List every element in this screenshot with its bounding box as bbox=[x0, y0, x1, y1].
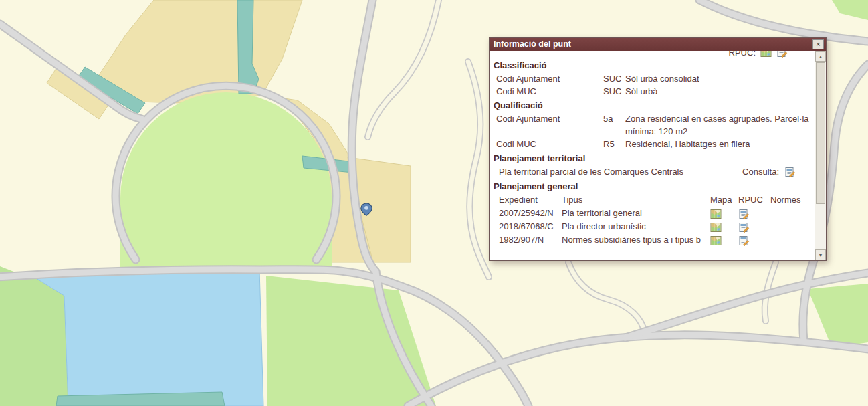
section-heading-general: Planejament general bbox=[494, 180, 812, 193]
map-thumbnail-icon[interactable] bbox=[710, 209, 722, 219]
col-expedient: Expedient bbox=[499, 193, 562, 207]
kv-row: Codi MUC R5 Residencial, Habitatges en f… bbox=[494, 138, 812, 150]
popup-scrollbar[interactable]: ▲ ▼ bbox=[815, 51, 826, 260]
kv-label: Codi Ajuntament bbox=[496, 112, 603, 138]
cell-tipus: Pla director urbanístic bbox=[562, 220, 710, 233]
section-heading-territorial: Planejament territorial bbox=[494, 152, 812, 165]
kv-desc: Sòl urbà bbox=[625, 85, 809, 98]
cell-tipus: Normes subsidiàries tipus a i tipus b bbox=[562, 233, 710, 247]
kv-desc: Residencial, Habitatges en filera bbox=[625, 138, 809, 150]
section-heading-qualificacio: Qualificació bbox=[494, 99, 812, 112]
scroll-down-button[interactable]: ▼ bbox=[815, 249, 826, 260]
info-popup: Informació del punt × RPUC: Classificaci… bbox=[489, 37, 827, 261]
col-rpuc: RPUC bbox=[738, 193, 770, 207]
popup-header[interactable]: Informació del punt × bbox=[490, 38, 826, 51]
arrow-up-icon: ▲ bbox=[819, 54, 823, 59]
kv-desc: Sòl urbà consolidat bbox=[625, 72, 809, 85]
kv-label: Codi MUC bbox=[496, 138, 603, 150]
col-tipus: Tipus bbox=[562, 193, 710, 207]
close-button[interactable]: × bbox=[812, 39, 824, 49]
table-row: 2018/67068/C Pla director urbanístic bbox=[494, 220, 812, 233]
cell-expedient: 1982/907/N bbox=[499, 233, 562, 247]
kv-desc: Zona residencial en cases agrupades. Par… bbox=[625, 112, 809, 138]
table-header: Expedient Tipus Mapa RPUC Normes bbox=[494, 193, 812, 207]
popup-content: RPUC: Classificació Codi Ajuntament SUC … bbox=[490, 51, 815, 247]
cell-expedient: 2018/67068/C bbox=[499, 220, 562, 233]
col-mapa: Mapa bbox=[710, 193, 738, 207]
kv-code: SUC bbox=[603, 85, 625, 98]
map-viewer: Informació del punt × RPUC: Classificaci… bbox=[0, 0, 868, 406]
popup-body: RPUC: Classificació Codi Ajuntament SUC … bbox=[490, 51, 826, 260]
close-icon: × bbox=[816, 41, 820, 48]
kv-code: R5 bbox=[603, 138, 625, 150]
popup-title: Informació del punt bbox=[494, 38, 812, 51]
scroll-up-button[interactable]: ▲ bbox=[815, 51, 826, 62]
rpuc-label: RPUC: bbox=[729, 51, 756, 58]
cell-expedient: 2007/25942/N bbox=[499, 207, 562, 220]
map-thumbnail-icon[interactable] bbox=[710, 235, 722, 246]
document-icon[interactable] bbox=[784, 167, 796, 177]
kv-code: SUC bbox=[603, 72, 625, 85]
table-row: 2007/25942/N Pla territorial general bbox=[494, 207, 812, 220]
section-heading-classificacio: Classificació bbox=[494, 59, 812, 72]
map-thumbnail-icon[interactable] bbox=[710, 222, 722, 233]
scrollbar-thumb[interactable] bbox=[816, 62, 825, 204]
document-icon[interactable] bbox=[738, 209, 750, 219]
territorial-plan-text: Pla territorial parcial de les Comarques… bbox=[499, 165, 683, 179]
col-normes: Normes bbox=[770, 193, 812, 207]
clipped-row: RPUC: bbox=[494, 51, 812, 58]
kv-row: Codi Ajuntament 5a Zona residencial en c… bbox=[494, 112, 812, 138]
document-icon[interactable] bbox=[738, 222, 750, 233]
map-thumbnail-icon[interactable] bbox=[760, 51, 772, 58]
kv-label: Codi MUC bbox=[496, 85, 603, 98]
consulta-label: Consulta: bbox=[742, 165, 779, 179]
document-icon[interactable] bbox=[776, 51, 788, 58]
kv-code: 5a bbox=[603, 112, 625, 138]
kv-row: Codi MUC SUC Sòl urbà bbox=[494, 85, 812, 98]
table-row: 1982/907/N Normes subsidiàries tipus a i… bbox=[494, 233, 812, 247]
document-icon[interactable] bbox=[738, 235, 750, 246]
cell-tipus: Pla territorial general bbox=[562, 207, 710, 220]
arrow-down-icon: ▼ bbox=[819, 253, 823, 258]
territorial-row: Pla territorial parcial de les Comarques… bbox=[494, 165, 812, 179]
kv-row: Codi Ajuntament SUC Sòl urbà consolidat bbox=[494, 72, 812, 85]
kv-label: Codi Ajuntament bbox=[496, 72, 603, 85]
